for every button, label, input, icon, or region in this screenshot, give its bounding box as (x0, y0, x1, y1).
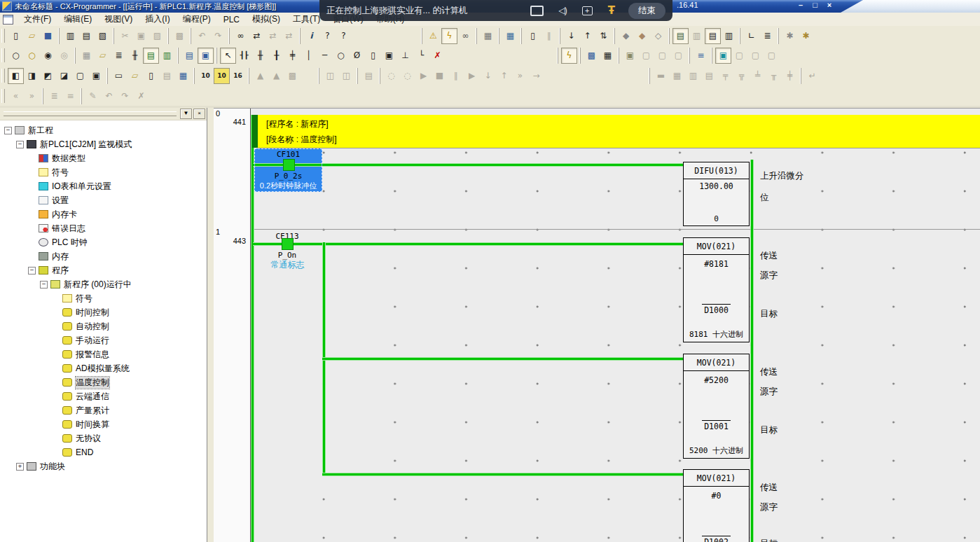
find-icon[interactable]: ∞ (233, 28, 249, 44)
tree-item[interactable]: 错误日志 (0, 221, 207, 235)
indent-icon[interactable]: » (24, 88, 40, 104)
io-align-2-icon[interactable]: ╦ (733, 68, 750, 84)
tree-item[interactable]: 产量累计 (0, 403, 207, 417)
io-mem-3-icon[interactable]: ▥ (685, 68, 701, 84)
plc-error-log-icon[interactable]: ⚠ (425, 28, 441, 44)
invert-instruction-icon[interactable]: ⊥ (397, 48, 413, 64)
menu-item[interactable]: PLC (217, 13, 246, 26)
transfer-from-plc-icon[interactable]: ↑ (579, 28, 595, 44)
new-closed-contact-icon[interactable]: ╫ (252, 48, 268, 64)
io-align-1-icon[interactable]: ╤ (717, 68, 733, 84)
change-model-icon[interactable]: ▥ (62, 28, 78, 44)
tree-item[interactable]: 温度控制 (0, 375, 207, 389)
tree-item[interactable]: 符号 (0, 165, 207, 179)
monitor-find-icon[interactable]: ∞ (457, 28, 474, 44)
cross-ref-toggle-icon[interactable]: ◪ (56, 68, 72, 84)
new-instruction-icon[interactable]: ▯ (365, 48, 381, 64)
set-protection-icon[interactable]: ✱ (782, 28, 798, 44)
address-ref-toggle-icon[interactable]: ▣ (88, 68, 104, 84)
copy-icon[interactable]: ▣ (133, 28, 149, 44)
io-align-5-icon[interactable]: ╪ (782, 68, 798, 84)
workspace-close-icon[interactable]: × (193, 109, 205, 119)
new-contact-icon[interactable]: ┨┠ (236, 48, 252, 64)
monitor-signed-icon[interactable]: 10 (214, 68, 230, 84)
io-align-3-icon[interactable]: ╧ (750, 68, 766, 84)
sim-output-icon[interactable]: ▤ (361, 68, 377, 84)
tree-expander-icon[interactable]: − (28, 267, 36, 275)
tree-item[interactable]: 手动运行 (0, 333, 207, 347)
begin-online-edit-icon[interactable]: ▢ (638, 48, 654, 64)
help-icon[interactable]: ? (319, 28, 336, 44)
tree-item[interactable]: 自动控制 (0, 319, 207, 333)
tree-item[interactable]: − 程序 (0, 263, 207, 277)
toolbar-grip[interactable] (1, 48, 5, 62)
tree-item[interactable]: AD模拟量系统 (0, 361, 207, 375)
sim-step-icon[interactable]: ▶ (464, 68, 480, 84)
remote-tools-icon[interactable]: Ŧ (608, 4, 615, 17)
new-project-icon[interactable]: ▯ (8, 28, 24, 44)
window-split-2-icon[interactable]: ◫ (338, 68, 354, 84)
pause-monitoring-icon[interactable]: ▯ (525, 28, 541, 44)
align-top-icon[interactable]: ≡ (62, 88, 78, 104)
tree-item[interactable]: PLC 时钟 (0, 235, 207, 249)
monitor-decimal-icon[interactable]: 10 (198, 68, 214, 84)
mnemonics-icon[interactable]: ▤ (181, 48, 198, 64)
send-changes-icon[interactable]: ▩ (584, 48, 600, 64)
ladder-view-icon[interactable]: ▣ (198, 48, 214, 64)
new-closed-coil-icon[interactable]: Ø (349, 48, 365, 64)
sim-pause-icon[interactable]: ∥ (448, 68, 464, 84)
monitor-hex-icon[interactable]: 16 (230, 68, 246, 84)
redo-icon[interactable]: ↷ (210, 28, 226, 44)
io-monitor-view-icon[interactable]: ▤ (705, 28, 721, 44)
tree-item[interactable]: 内存卡 (0, 207, 207, 221)
tree-item[interactable]: 时间控制 (0, 305, 207, 319)
time-chart-monitor-icon[interactable]: ≣ (759, 28, 775, 44)
menu-item[interactable]: 视图(V) (98, 12, 139, 27)
edit-comment-icon[interactable]: ▣ (622, 48, 638, 64)
properties-icon[interactable]: i (303, 28, 319, 44)
workspace-dropdown-icon[interactable]: ▼ (180, 109, 192, 119)
release-protection-icon[interactable]: ✱ (798, 28, 814, 44)
watch-window-view-icon[interactable]: ▤ (672, 28, 689, 44)
tree-expander-icon[interactable]: + (16, 463, 24, 471)
sim-scan-icon[interactable]: ◌ (399, 68, 415, 84)
send-online-edit-icon[interactable]: ▢ (654, 48, 670, 64)
difu-instruction[interactable]: DIFU(013) 1300.00 0 (683, 162, 750, 226)
mdi-child-icon[interactable] (3, 15, 13, 25)
force-on-icon[interactable]: ◆ (618, 28, 634, 44)
menu-item[interactable]: 编辑(E) (57, 12, 98, 27)
new-or-closed-contact-icon[interactable]: ╪ (284, 48, 301, 64)
force-off-icon[interactable]: ◆ (634, 28, 650, 44)
workspace-toggle-icon[interactable]: ◧ (8, 68, 24, 84)
contact-on-indicator[interactable] (282, 238, 294, 250)
print-icon[interactable]: ▤ (78, 28, 95, 44)
force-status-2-icon[interactable]: ▲ (268, 68, 284, 84)
menu-item[interactable]: 插入(I) (139, 12, 176, 27)
tree-item[interactable]: 时间换算 (0, 417, 207, 431)
online-edit-calendar-icon[interactable]: ▦ (600, 48, 616, 64)
data-trace-view-icon[interactable]: ▥ (721, 28, 737, 44)
io-align-4-icon[interactable]: ╥ (766, 68, 782, 84)
sim-run-to-cursor-icon[interactable]: → (528, 68, 544, 84)
new-coil-icon[interactable]: ○ (333, 48, 349, 64)
memory-window-icon[interactable]: ▦ (175, 68, 191, 84)
io-table-window-icon[interactable]: ▤ (159, 68, 175, 84)
menu-item[interactable]: 文件(F) (18, 12, 57, 27)
toolbar-grip[interactable] (1, 69, 5, 83)
check-program-icon[interactable]: ▭ (111, 68, 127, 84)
edit-extra-2-icon[interactable]: ▢ (747, 48, 764, 64)
zoom-tool-icon[interactable]: ○ (8, 48, 24, 64)
toolbar-grip[interactable] (1, 89, 5, 103)
tree-item[interactable]: 无协议 (0, 431, 207, 445)
compare-with-plc-icon[interactable]: ⇅ (595, 28, 612, 44)
change-all-icon[interactable]: ⇄ (281, 28, 297, 44)
tree-item[interactable]: 云端通信 (0, 389, 207, 403)
clear-mark-icon[interactable]: ✗ (133, 88, 149, 104)
workspace-grip[interactable] (4, 111, 177, 116)
outdent-icon[interactable]: « (8, 88, 24, 104)
horizontal-line-icon[interactable]: ─ (317, 48, 333, 64)
rung-wrap-icon[interactable]: ≣ (111, 48, 127, 64)
memory-view-icon[interactable]: ▥ (689, 28, 705, 44)
tree-item[interactable]: 内存 (0, 249, 207, 263)
io-mem-2-icon[interactable]: ▦ (669, 68, 685, 84)
